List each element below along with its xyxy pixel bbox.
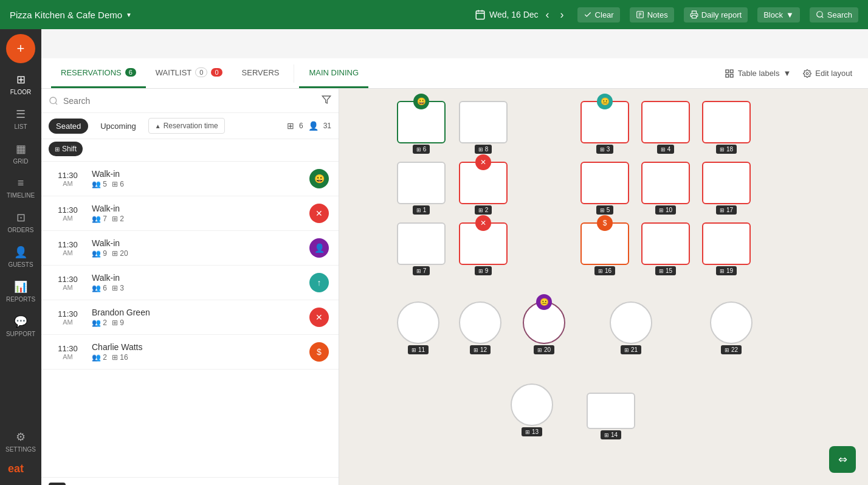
table-label-18: ⊞ 18: [716, 145, 737, 154]
sidebar-item-list[interactable]: ☰ LIST: [0, 103, 41, 135]
table-17[interactable]: ⊞ 17: [702, 162, 751, 215]
left-panel: Seated Upcoming ▲ Reservation time ⊞ 6 👤…: [41, 89, 339, 485]
table-5[interactable]: ⊞ 5: [580, 162, 629, 215]
shift-chip[interactable]: ⊞ Shift: [49, 142, 83, 156]
reservation-item[interactable]: 11:30 AM Walk-in 👥 6 ⊞ 3 ↑: [41, 266, 339, 300]
sidebar-item-orders[interactable]: ⊡ ORDERS: [0, 206, 41, 238]
sidebar-item-guests[interactable]: 👤 GUESTS: [0, 241, 41, 273]
table-13[interactable]: ⊞ 13: [511, 384, 553, 436]
search-button[interactable]: Search: [810, 7, 858, 22]
reports-icon: 📊: [14, 280, 27, 294]
main-content: RESERVATIONS 6 WAITLIST 0 0 SERVERS MAIN…: [41, 58, 868, 485]
table-15[interactable]: ⊞ 15: [641, 222, 690, 275]
table-6[interactable]: 😀⊞ 6: [397, 101, 446, 154]
table-label-13: ⊞ 13: [522, 427, 542, 436]
table-label-16: ⊞ 16: [594, 266, 615, 275]
table-shape-17: [702, 162, 751, 204]
settings-icon: ⚙: [16, 430, 26, 444]
table-9[interactable]: ✕⊞ 9: [459, 222, 508, 275]
table-11[interactable]: ⊞ 11: [397, 301, 439, 354]
page-button-3[interactable]: 3: [88, 483, 105, 485]
table-avatar-9: ✕: [475, 215, 491, 231]
table-avatar-3: 😐: [597, 94, 613, 109]
sidebar-item-grid[interactable]: ▦ GRID: [0, 137, 41, 170]
brand-label: Pizza Kitchen & Cafe Demo: [10, 10, 122, 20]
sidebar-floor-label: FLOOR: [10, 89, 31, 95]
res-time: 11:30 AM: [51, 309, 84, 326]
table-3[interactable]: 😐⊞ 3: [580, 101, 629, 154]
reservation-item[interactable]: 11:30 AM Walk-in 👥 5 ⊞ 6 😀: [41, 162, 339, 196]
table-16[interactable]: $⊞ 16: [580, 222, 629, 275]
table-count: 6: [299, 122, 303, 130]
reservation-item[interactable]: 11:30 AM Charlie Watts 👥 2 ⊞ 16 $: [41, 335, 339, 370]
svg-rect-14: [730, 74, 733, 77]
notes-button[interactable]: Notes: [630, 7, 674, 22]
reserve-button[interactable]: +: [6, 34, 35, 63]
tab-reservations[interactable]: RESERVATIONS 6: [51, 58, 146, 88]
expand-button[interactable]: ⇔: [829, 446, 856, 473]
table-21[interactable]: ⊞ 21: [610, 301, 652, 354]
tab-waitlist[interactable]: WAITLIST 0 0: [146, 58, 232, 88]
sort-button[interactable]: ▲ Reservation time: [148, 118, 225, 134]
reservation-item[interactable]: 11:30 AM Walk-in 👥 7 ⊞ 2 ✕: [41, 196, 339, 231]
table-label-4: ⊞ 4: [657, 145, 675, 154]
sidebar-item-floor[interactable]: ⊞ FLOOR: [0, 68, 41, 100]
res-avatar: $: [309, 342, 329, 362]
sidebar-item-settings[interactable]: ⚙ SETTINGS: [3, 425, 38, 458]
daily-report-button[interactable]: Daily report: [684, 7, 748, 22]
sidebar-item-reports[interactable]: 📊 REPORTS: [0, 275, 41, 308]
reservation-item[interactable]: 11:30 AM Walk-in 👥 9 ⊞ 20 👤: [41, 231, 339, 266]
page-button-6[interactable]: 6: [146, 483, 163, 485]
table-label-11: ⊞ 11: [408, 345, 429, 354]
page-button-2[interactable]: 2: [68, 483, 85, 485]
reservation-item[interactable]: 11:30 AM Brandon Green 👥 2 ⊞ 9 ✕: [41, 300, 339, 335]
svg-rect-0: [476, 11, 484, 19]
page-button-5[interactable]: 5: [126, 483, 143, 485]
table-20[interactable]: 😐⊞ 20: [523, 301, 565, 354]
table-2[interactable]: ✕⊞ 2: [459, 162, 508, 215]
support-icon: 💬: [14, 315, 27, 328]
page-button-7[interactable]: 7: [165, 483, 182, 485]
seated-filter-button[interactable]: Seated: [49, 119, 88, 134]
brand-name[interactable]: Pizza Kitchen & Cafe Demo ▼: [10, 10, 132, 20]
svg-point-16: [50, 97, 57, 104]
filter-button[interactable]: [322, 95, 331, 106]
table-1[interactable]: ⊞ 1: [397, 162, 446, 215]
next-date-button[interactable]: ›: [557, 7, 568, 22]
svg-rect-13: [726, 74, 729, 77]
table-avatar-2: ✕: [475, 154, 491, 170]
page-button-4[interactable]: 4: [107, 483, 124, 485]
table-labels-button[interactable]: Table labels ▼: [718, 66, 797, 81]
page-button-1[interactable]: 1: [49, 483, 66, 485]
tab-main-dining[interactable]: MAIN DINING: [299, 58, 368, 88]
table-18[interactable]: ⊞ 18: [702, 101, 751, 154]
table-22[interactable]: ⊞ 22: [710, 301, 753, 354]
edit-layout-button[interactable]: Edit layout: [797, 66, 858, 81]
prev-date-button[interactable]: ‹: [542, 7, 553, 22]
block-button[interactable]: Block ▼: [757, 7, 800, 22]
search-input[interactable]: [63, 96, 317, 106]
table-7[interactable]: ⊞ 7: [397, 222, 446, 275]
table-10[interactable]: ⊞ 10: [641, 162, 690, 215]
table-8[interactable]: ⊞ 8: [459, 101, 508, 154]
waitlist-tab-label: WAITLIST: [156, 68, 191, 77]
table-14[interactable]: ⊞ 14: [587, 393, 635, 439]
page-button-8[interactable]: 8: [185, 483, 202, 485]
tab-servers[interactable]: SERVERS: [232, 58, 289, 88]
table-shape-3: 😐: [580, 101, 629, 143]
table-12[interactable]: ⊞ 12: [459, 301, 501, 354]
sidebar-item-support[interactable]: 💬 SUPPORT: [0, 310, 41, 342]
table-label-15: ⊞ 15: [655, 266, 676, 275]
svg-point-15: [807, 72, 809, 75]
pagination: 123456789: [41, 477, 339, 485]
table-19[interactable]: ⊞ 19: [702, 222, 751, 275]
sidebar-item-timeline[interactable]: ≡ TIMELINE: [0, 172, 41, 204]
edit-layout-label: Edit layout: [815, 69, 852, 78]
clear-button[interactable]: Clear: [577, 7, 620, 22]
page-button-9[interactable]: 9: [204, 483, 221, 485]
table-4[interactable]: ⊞ 4: [641, 101, 690, 154]
grid-small-icon: [725, 69, 734, 78]
upcoming-filter-button[interactable]: Upcoming: [93, 119, 143, 134]
sort-label: Reservation time: [164, 122, 218, 130]
res-avatar: ↑: [309, 273, 329, 292]
